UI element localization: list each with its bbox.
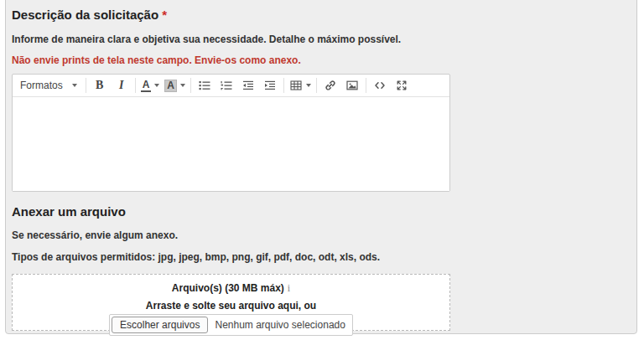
outdent-button[interactable] <box>237 76 259 95</box>
text-color-icon: A <box>141 80 152 92</box>
dropzone-title-text: Arquivo(s) (30 MB máx) <box>172 282 284 294</box>
toolbar-separator <box>190 78 191 93</box>
toolbar-separator <box>316 78 317 93</box>
toolbar-separator <box>86 78 86 93</box>
file-status-text: Nenhum arquivo selecionado <box>215 319 345 331</box>
numbered-list-button[interactable] <box>216 76 237 95</box>
form-panel: Descrição da solicitação * Informe de ma… <box>5 0 637 334</box>
image-icon <box>345 79 359 92</box>
source-code-icon <box>373 79 387 92</box>
numbered-list-icon <box>220 79 233 92</box>
editor-toolbar: Formatos B I A A <box>13 75 449 97</box>
fullscreen-button[interactable] <box>391 76 413 95</box>
info-icon[interactable]: i <box>288 282 290 294</box>
table-icon <box>289 79 303 92</box>
italic-button[interactable]: I <box>111 76 132 95</box>
link-icon <box>324 79 337 92</box>
table-button[interactable] <box>287 76 314 95</box>
file-dropzone[interactable]: Arquivo(s) (30 MB máx)i Arraste e solte … <box>12 274 450 331</box>
attachment-help-text: Se necessário, envie algum anexo. <box>12 229 631 241</box>
bold-button[interactable]: B <box>89 76 111 95</box>
indent-button[interactable] <box>259 76 281 95</box>
rich-text-editor-body[interactable] <box>13 97 449 191</box>
text-color-button[interactable]: A <box>138 76 163 95</box>
chevron-down-icon <box>306 84 311 87</box>
bold-icon: B <box>96 79 103 92</box>
required-asterisk: * <box>162 8 167 22</box>
outdent-icon <box>242 79 255 92</box>
description-title-text: Descrição da solicitação <box>12 8 158 22</box>
service-request-form-page: Descrição da solicitação * Informe de ma… <box>0 0 644 340</box>
chevron-down-icon <box>72 84 77 87</box>
formats-label: Formatos <box>20 80 63 91</box>
choose-files-button[interactable]: Escolher arquivos <box>112 317 208 333</box>
background-color-button[interactable]: A <box>162 76 188 95</box>
image-button[interactable] <box>341 76 363 95</box>
chevron-down-icon <box>154 84 159 87</box>
chevron-down-icon <box>180 84 185 87</box>
description-help-text: Informe de maneira clara e objetiva sua … <box>12 33 631 45</box>
toolbar-separator <box>135 78 136 93</box>
fullscreen-icon <box>395 79 408 92</box>
allowed-file-types-text: Tipos de arquivos permitidos: jpg, jpeg,… <box>12 251 631 263</box>
toolbar-separator <box>366 78 366 93</box>
bullet-list-button[interactable] <box>194 76 216 95</box>
dropzone-drag-text: Arraste e solte seu arquivo aqui, ou <box>13 300 449 312</box>
italic-icon: I <box>119 79 123 92</box>
bullet-list-icon <box>198 79 211 92</box>
toolbar-separator <box>283 78 284 93</box>
description-warning-text: Não envie prints de tela neste campo. En… <box>12 54 631 66</box>
source-code-button[interactable] <box>369 76 391 95</box>
background-color-icon: A <box>164 80 177 92</box>
indent-icon <box>263 79 277 92</box>
description-section-title: Descrição da solicitação * <box>12 8 631 23</box>
dropzone-title: Arquivo(s) (30 MB máx)i <box>13 282 449 294</box>
attachment-section-title: Anexar um arquivo <box>12 204 631 219</box>
file-input[interactable]: Escolher arquivos Nenhum arquivo selecio… <box>109 314 353 336</box>
link-button[interactable] <box>319 76 341 95</box>
rich-text-editor: Formatos B I A A <box>12 74 450 192</box>
formats-dropdown[interactable]: Formatos <box>14 76 83 95</box>
